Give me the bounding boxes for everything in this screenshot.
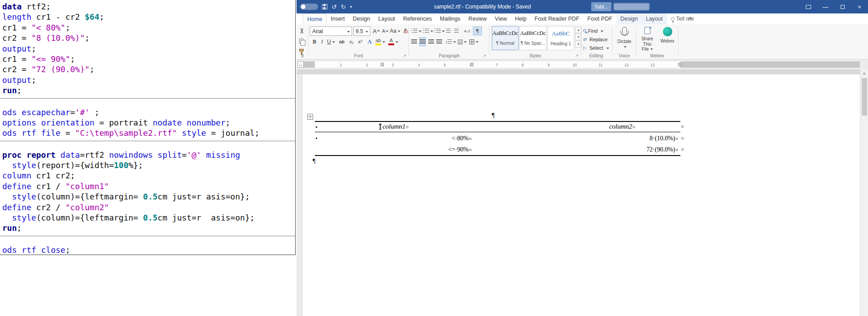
tab-review[interactable]: Review <box>464 13 491 24</box>
tab-design[interactable]: Design <box>349 13 374 24</box>
align-center-button[interactable] <box>419 37 426 46</box>
table-move-handle[interactable] <box>307 114 313 120</box>
font-size-combo[interactable]: 9.5 <box>353 26 370 36</box>
scrollbar-thumb[interactable] <box>862 78 867 116</box>
tab-label: Foxit Reader PDF <box>534 16 579 22</box>
autosave-toggle[interactable] <box>300 4 318 10</box>
tab-layout[interactable]: Layout <box>642 13 667 24</box>
find-button[interactable]: Find <box>583 27 603 35</box>
tab-references[interactable]: References <box>399 13 436 24</box>
share-this-file-button[interactable]: ↗ Share This File <box>637 27 657 52</box>
redo-icon[interactable]: ↻ <box>341 4 346 10</box>
select-icon: ▷ <box>583 46 588 50</box>
dictate-button[interactable]: Dictate <box>616 27 632 49</box>
save-icon[interactable] <box>322 4 327 9</box>
ruler-number: 1 <box>338 63 344 67</box>
tab-insert[interactable]: Insert <box>327 13 348 24</box>
format-painter-icon[interactable] <box>299 49 304 52</box>
tab-tell-me[interactable]: Tell me <box>667 13 698 24</box>
shading-button[interactable] <box>458 37 467 46</box>
highlight-button[interactable]: ab <box>374 37 386 46</box>
align-left-button[interactable] <box>411 37 417 46</box>
style-card-heading-1[interactable]: AaBbCHeading 1 <box>547 26 574 50</box>
tab-view[interactable]: View <box>491 13 511 24</box>
clear-formatting-button[interactable]: A <box>402 26 409 35</box>
tab-help[interactable]: Help <box>511 13 531 24</box>
vertical-ruler[interactable] <box>296 74 302 316</box>
document-page[interactable] <box>302 74 860 316</box>
webex-button[interactable]: Webex <box>658 27 676 44</box>
subscript-button[interactable]: x₂ <box>348 37 356 46</box>
style-card-normal[interactable]: AaBbCcDc¶ Normal <box>492 26 519 50</box>
change-case-button[interactable]: Aa <box>390 26 400 35</box>
tab-home[interactable]: Home <box>303 13 327 24</box>
table-header-border <box>315 132 680 132</box>
multilevel-list-button[interactable] <box>434 26 445 35</box>
select-button[interactable]: ▷Select <box>583 44 609 52</box>
tab-layout[interactable]: Layout <box>374 13 400 24</box>
line-spacing-button[interactable]: ↕ <box>445 37 456 46</box>
code-line: run; <box>2 223 295 233</box>
tab-label: Design <box>620 16 638 22</box>
ribbon-display-options-icon[interactable] <box>800 0 817 13</box>
superscript-button[interactable]: x² <box>356 37 364 46</box>
decrease-indent-button[interactable] <box>446 26 451 35</box>
shrink-font-button[interactable]: A <box>381 26 389 35</box>
table-cell[interactable]: 72·(90.0%)¤ <box>520 144 678 155</box>
replace-button[interactable]: ⇄Replace <box>583 35 607 43</box>
right-indent-marker[interactable] <box>678 63 681 66</box>
font-name-dropdown-icon[interactable] <box>346 28 350 35</box>
code-line: ods escapechar='#' ; <box>2 107 295 117</box>
borders-button[interactable] <box>469 37 478 46</box>
table-column-marker[interactable] <box>470 63 473 66</box>
table-header-cell[interactable]: column1¤ <box>315 122 476 131</box>
grow-font-button[interactable]: A <box>372 26 380 35</box>
justify-button[interactable] <box>436 37 442 46</box>
italic-button[interactable]: I <box>319 37 325 46</box>
vertical-scrollbar[interactable]: ▲ <box>860 69 868 316</box>
font-name-combo[interactable]: Arial <box>310 26 352 36</box>
increase-indent-button[interactable] <box>454 26 459 35</box>
font-size-dropdown-icon[interactable] <box>364 28 368 35</box>
scroll-up-icon[interactable]: ▲ <box>860 69 868 77</box>
align-right-button[interactable] <box>428 37 434 46</box>
bullets-button[interactable] <box>411 26 421 35</box>
table-cell[interactable]: <·80%¤ <box>315 133 472 144</box>
tab-label: Layout <box>646 16 663 22</box>
strikethrough-button[interactable]: ab <box>338 37 346 46</box>
account-name-blurred[interactable] <box>614 3 649 10</box>
code-lines[interactable]: data rtf2;length cr1 - cr2 $64;cr1 = "< … <box>0 0 296 255</box>
code-section-divider <box>0 141 295 141</box>
text-effects-button[interactable]: A <box>366 37 373 46</box>
copy-icon[interactable] <box>299 39 303 43</box>
tab-mailings[interactable]: Mailings <box>436 13 464 24</box>
table-bottom-border <box>315 155 680 156</box>
close-button[interactable]: × <box>851 0 868 13</box>
show-formatting-marks-toggle[interactable]: ¶ <box>473 26 482 35</box>
cut-icon[interactable] <box>299 28 305 34</box>
table-tools-label[interactable]: Tabl... <box>591 2 611 11</box>
tab-foxit-pdf[interactable]: Foxit PDF <box>583 13 616 24</box>
share-icon[interactable]: ↗ <box>687 15 692 22</box>
table-header-cell[interactable]: column2¤ <box>547 122 697 131</box>
tab-foxit-reader-pdf[interactable]: Foxit Reader PDF <box>530 13 583 24</box>
editing-group: Find⇄Replace▷Select Editing <box>581 24 611 60</box>
tab-design[interactable]: Design <box>616 13 642 24</box>
qat-customize-icon[interactable]: ▾ <box>350 4 352 9</box>
tab-label: View <box>495 16 507 22</box>
undo-icon[interactable]: ↺ <box>331 4 337 10</box>
font-color-button[interactable]: A <box>388 37 399 46</box>
maximize-button[interactable] <box>834 0 851 13</box>
sort-button[interactable]: A↓Z <box>463 26 471 35</box>
table-cell[interactable]: <=·90%¤ <box>315 144 472 155</box>
numbering-button[interactable] <box>423 26 433 35</box>
table-cell[interactable]: 8·(10.0%)¤ <box>520 133 678 144</box>
table-column-marker[interactable] <box>381 63 384 66</box>
paragraph-mark: ¶ <box>492 112 494 119</box>
end-of-row-mark: ¤ <box>681 147 684 152</box>
align-center-icon <box>420 39 425 44</box>
minimize-button[interactable]: — <box>817 0 834 13</box>
bold-button[interactable]: B <box>311 37 318 46</box>
underline-button[interactable]: U <box>326 37 336 46</box>
style-card-no-spac-[interactable]: AaBbCcDc¶ No Spac... <box>520 26 546 50</box>
